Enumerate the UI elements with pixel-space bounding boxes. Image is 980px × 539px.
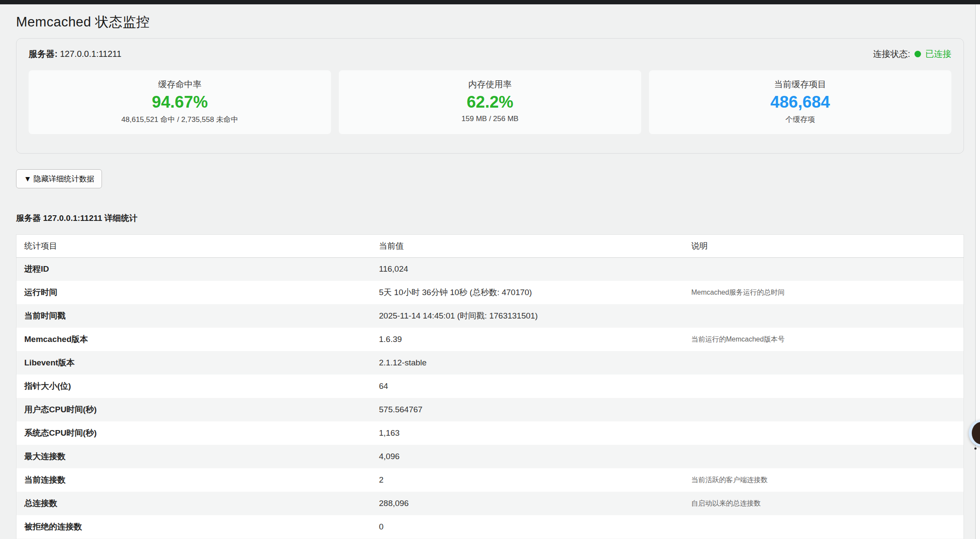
stat-card-current-items: 当前缓存项目 486,684 个缓存项: [649, 70, 951, 134]
hide-details-button[interactable]: ▼ 隐藏详细统计数据: [16, 169, 102, 188]
stat-value: 2: [371, 468, 684, 492]
table-row: Libevent版本2.1.12-stable: [16, 351, 964, 375]
stat-card-title: 内存使用率: [343, 79, 637, 90]
table-row: 系统态CPU时间(秒)1,163: [16, 421, 964, 445]
stat-label: 当前连接数: [16, 468, 371, 492]
stat-desc: [684, 398, 964, 421]
stat-label: 运行时间: [16, 281, 371, 304]
stat-value: 116,024: [371, 257, 684, 281]
status-label: 连接状态:: [873, 48, 910, 60]
stat-card-memory-usage: 内存使用率 62.2% 159 MB / 256 MB: [339, 70, 641, 134]
stat-label: 总连接数: [16, 492, 371, 515]
stat-card-title: 当前缓存项目: [653, 79, 947, 90]
stat-label: 用户态CPU时间(秒): [16, 398, 371, 421]
table-row: 当前时间戳2025-11-14 14:45:01 (时间戳: 176313150…: [16, 304, 964, 328]
stat-card-value: 62.2%: [343, 93, 637, 112]
stat-desc: [684, 421, 964, 445]
stat-label: 指针大小(位): [16, 375, 371, 398]
stat-value: 288,096: [371, 492, 684, 515]
floating-assistant-avatar: [972, 422, 980, 444]
table-row: 进程ID116,024: [16, 257, 964, 281]
stat-value: 2.1.12-stable: [371, 351, 684, 375]
stat-label: Libevent版本: [16, 351, 371, 375]
browser-top-edge: [0, 0, 980, 4]
connection-status: 连接状态: 已连接: [873, 48, 951, 60]
table-row: 总连接数288,096自启动以来的总连接数: [16, 492, 964, 515]
stat-desc: 当前运行的Memcached版本号: [684, 328, 964, 351]
stat-label: 当前时间戳: [16, 304, 371, 328]
stat-desc: 当前活跃的客户端连接数: [684, 468, 964, 492]
page-title: Memcached 状态监控: [16, 13, 964, 31]
stat-desc: [684, 515, 964, 539]
vertical-scrollbar[interactable]: [975, 4, 980, 539]
table-row: 最大连接数4,096: [16, 445, 964, 468]
stat-card-subtext: 个缓存项: [653, 115, 947, 125]
server-value: 127.0.0.1:11211: [60, 49, 121, 59]
table-header-row: 统计项目 当前值 说明: [16, 234, 964, 257]
stat-desc: [684, 375, 964, 398]
stat-value: 1,163: [371, 421, 684, 445]
column-header-stat-item: 统计项目: [16, 234, 371, 257]
stat-label: 系统态CPU时间(秒): [16, 421, 371, 445]
table-row: 被拒绝的连接数0: [16, 515, 964, 539]
stat-value: 64: [371, 375, 684, 398]
details-section-title: 服务器 127.0.0.1:11211 详细统计: [16, 213, 964, 224]
floating-widget-dot: [974, 447, 977, 450]
table-row: 运行时间5天 10小时 36分钟 10秒 (总秒数: 470170)Memcac…: [16, 281, 964, 304]
stat-desc: [684, 445, 964, 468]
server-label: 服务器:: [29, 49, 58, 59]
stat-value: 4,096: [371, 445, 684, 468]
stat-desc: 自启动以来的总连接数: [684, 492, 964, 515]
stat-value: 0: [371, 515, 684, 539]
table-row: Memcached版本1.6.39当前运行的Memcached版本号: [16, 328, 964, 351]
column-header-current-value: 当前值: [371, 234, 684, 257]
server-address: 服务器: 127.0.0.1:11211: [29, 48, 121, 60]
stat-desc: Memcached服务运行的总时间: [684, 281, 964, 304]
stat-label: Memcached版本: [16, 328, 371, 351]
stat-card-value: 94.67%: [33, 93, 327, 112]
stat-label: 最大连接数: [16, 445, 371, 468]
stat-card-title: 缓存命中率: [33, 79, 327, 90]
table-row: 用户态CPU时间(秒)575.564767: [16, 398, 964, 421]
stats-table: 统计项目 当前值 说明 进程ID116,024运行时间5天 10小时 36分钟 …: [16, 234, 964, 539]
stat-cards: 缓存命中率 94.67% 48,615,521 命中 / 2,735,558 未…: [29, 70, 951, 134]
page-content: Memcached 状态监控 服务器: 127.0.0.1:11211 连接状态…: [0, 0, 980, 539]
stat-desc: [684, 257, 964, 281]
overview-panel: 服务器: 127.0.0.1:11211 连接状态: 已连接 缓存命中率 94.…: [16, 38, 964, 154]
stat-desc: [684, 304, 964, 328]
stat-value: 2025-11-14 14:45:01 (时间戳: 1763131501): [371, 304, 684, 328]
stat-card-subtext: 159 MB / 256 MB: [343, 115, 637, 123]
stat-desc: [684, 351, 964, 375]
stat-value: 5天 10小时 36分钟 10秒 (总秒数: 470170): [371, 281, 684, 304]
stat-value: 1.6.39: [371, 328, 684, 351]
column-header-description: 说明: [684, 234, 964, 257]
stat-card-subtext: 48,615,521 命中 / 2,735,558 未命中: [33, 115, 327, 125]
stat-card-hit-rate: 缓存命中率 94.67% 48,615,521 命中 / 2,735,558 未…: [29, 70, 331, 134]
stat-label: 被拒绝的连接数: [16, 515, 371, 539]
stat-card-value: 486,684: [653, 93, 947, 112]
status-value: 已连接: [925, 48, 951, 60]
stat-value: 575.564767: [371, 398, 684, 421]
table-row: 当前连接数2当前活跃的客户端连接数: [16, 468, 964, 492]
stat-label: 进程ID: [16, 257, 371, 281]
status-dot-icon: [914, 51, 921, 57]
table-row: 指针大小(位)64: [16, 375, 964, 398]
